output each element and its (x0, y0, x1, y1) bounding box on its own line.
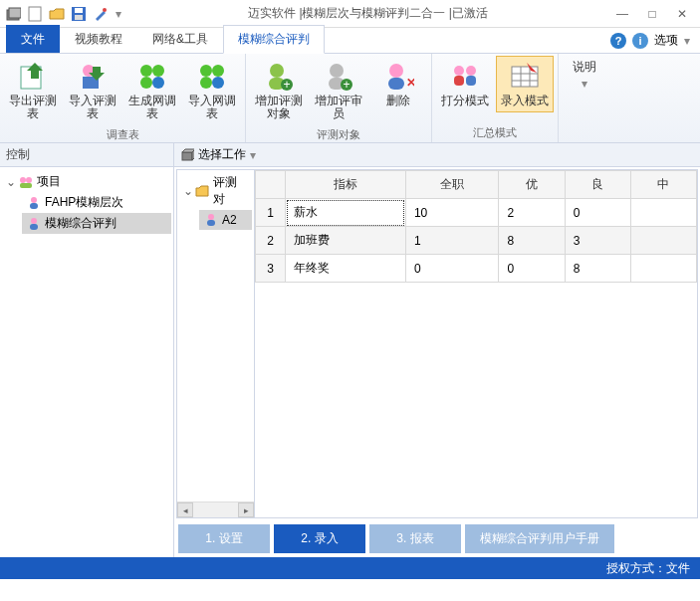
info-icon[interactable]: i (632, 33, 648, 49)
svg-point-12 (140, 77, 152, 89)
input-mode-button[interactable]: 录入模式 (496, 56, 554, 112)
options-dropdown-icon[interactable]: ▾ (684, 34, 690, 48)
step-report-button[interactable]: 3. 报表 (369, 524, 461, 553)
right-panel: 选择工作 ▾ ⌄ 评测对 A2 (174, 143, 700, 557)
tree-item-fuzzy[interactable]: 模糊综合评判 (22, 213, 171, 234)
cell[interactable] (630, 199, 696, 227)
svg-point-22 (330, 64, 344, 78)
person-icon (26, 216, 42, 232)
cell[interactable]: 薪水 (286, 199, 406, 227)
import-websurvey-button[interactable]: 导入网调表 (183, 56, 241, 125)
status-text: 授权方式：文件 (606, 560, 690, 577)
cell[interactable]: 加班费 (286, 227, 406, 255)
svg-point-11 (152, 65, 164, 77)
ribbon-group-survey: 导出评测表 导入评测表 生成网调表 导入网调表 调查表 (0, 54, 246, 142)
qat-dropdown-icon[interactable]: ▾ (114, 5, 123, 23)
options-label[interactable]: 选项 (654, 32, 678, 49)
col-header[interactable]: 良 (565, 171, 630, 199)
close-button[interactable]: ✕ (668, 4, 696, 24)
titlebar: ▾ 迈实软件 |模糊层次与模糊评判二合一 |已激活 — □ ✕ (0, 0, 700, 28)
svg-point-6 (103, 8, 107, 12)
scroll-left-button[interactable]: ◂ (177, 502, 193, 517)
main-area: 控制 ⌄ 项目 FAHP模糊层次 模糊综合评判 选择工作 (0, 143, 700, 557)
col-header[interactable]: 指标 (286, 171, 406, 199)
obj-tree-item[interactable]: A2 (199, 210, 252, 230)
add-reviewer-button[interactable]: +增加评审员 (310, 56, 367, 125)
scroll-right-button[interactable]: ▸ (238, 502, 254, 517)
minimize-button[interactable]: — (608, 4, 636, 24)
table-row[interactable]: 2 加班费 1 8 3 (256, 227, 697, 255)
step-settings-button[interactable]: 1. 设置 (178, 524, 270, 553)
obj-tree-root[interactable]: ⌄ 评测对 (179, 172, 252, 210)
col-header[interactable]: 全职 (405, 171, 499, 199)
cell[interactable]: 年终奖 (286, 255, 406, 283)
gen-websurvey-button[interactable]: 生成网调表 (123, 56, 181, 125)
tab-video[interactable]: 视频教程 (60, 25, 137, 53)
svg-point-39 (26, 177, 32, 183)
table-header-row: 指标 全职 优 良 中 (256, 171, 697, 199)
score-mode-button[interactable]: 打分模式 (436, 56, 494, 112)
ribbon-group-label: 调查表 (4, 125, 241, 144)
import-survey-button[interactable]: 导入评测表 (64, 56, 121, 125)
svg-point-14 (200, 65, 212, 77)
tab-file[interactable]: 文件 (6, 25, 60, 53)
open-icon[interactable] (48, 5, 66, 23)
project-tree: ⌄ 项目 FAHP模糊层次 模糊综合评判 (0, 167, 173, 557)
save-icon[interactable] (70, 5, 88, 23)
scroll-track[interactable] (193, 502, 238, 517)
ribbon-group-label: 汇总模式 (436, 123, 554, 142)
step-input-button[interactable]: 2. 录入 (274, 524, 365, 553)
cell[interactable]: 3 (565, 227, 630, 255)
cell[interactable]: 10 (405, 199, 499, 227)
new-icon[interactable] (26, 5, 44, 23)
maximize-button[interactable]: □ (638, 4, 666, 24)
quick-access-toolbar: ▾ (0, 5, 127, 23)
svg-point-29 (454, 66, 464, 76)
svg-point-10 (140, 65, 152, 77)
cell[interactable]: 8 (565, 255, 630, 283)
tree-item-label: 模糊综合评判 (45, 215, 117, 232)
cell[interactable]: 2 (499, 199, 565, 227)
tree-toggle-icon[interactable]: ⌄ (6, 175, 18, 189)
help-icon[interactable]: ? (610, 33, 626, 49)
tab-network[interactable]: 网络&工具 (137, 25, 223, 53)
delete-button[interactable]: ✕删除 (369, 56, 427, 112)
ribbon-group-mode: 打分模式 录入模式 汇总模式 (432, 54, 559, 142)
svg-rect-4 (75, 8, 83, 13)
svg-rect-42 (30, 203, 38, 209)
table-row[interactable]: 3 年终奖 0 0 8 (256, 255, 697, 283)
cell[interactable]: 0 (405, 255, 499, 283)
table-row[interactable]: 1 薪水 10 2 0 (256, 199, 697, 227)
horizontal-scrollbar[interactable]: ◂ ▸ (177, 501, 254, 517)
svg-rect-32 (466, 76, 476, 86)
svg-rect-33 (512, 67, 538, 87)
cell[interactable]: 0 (499, 255, 565, 283)
cell[interactable] (630, 227, 696, 255)
svg-rect-27 (388, 78, 404, 90)
group-icon (18, 174, 34, 190)
manual-button[interactable]: 模糊综合评判用户手册 (465, 524, 614, 553)
tree-item-fahp[interactable]: FAHP模糊层次 (22, 192, 171, 213)
svg-point-16 (200, 77, 212, 89)
work-area: ⌄ 评测对 A2 ◂ ▸ (176, 169, 698, 518)
data-grid[interactable]: 指标 全职 优 良 中 1 薪水 10 2 0 (255, 170, 697, 517)
cell[interactable]: 1 (405, 227, 499, 255)
tree-toggle-icon[interactable]: ⌄ (183, 184, 195, 198)
window-controls: — □ ✕ (608, 4, 700, 24)
help-button[interactable]: 说明▾ (563, 56, 606, 96)
svg-rect-31 (454, 76, 464, 86)
svg-point-38 (20, 177, 26, 183)
tree-root[interactable]: ⌄ 项目 (2, 171, 171, 192)
add-object-button[interactable]: +增加评测对象 (250, 56, 308, 125)
tools-icon[interactable] (92, 5, 110, 23)
cell[interactable]: 0 (565, 199, 630, 227)
export-survey-button[interactable]: 导出评测表 (4, 56, 62, 125)
cube-icon (180, 148, 194, 162)
col-header[interactable]: 中 (630, 171, 696, 199)
cell[interactable] (630, 255, 696, 283)
dropdown-icon[interactable]: ▾ (250, 148, 256, 162)
tab-fuzzy[interactable]: 模糊综合评判 (223, 25, 325, 54)
ribbon-tabs: 文件 视频教程 网络&工具 模糊综合评判 ? i 选项 ▾ (0, 28, 700, 54)
cell[interactable]: 8 (499, 227, 565, 255)
col-header[interactable]: 优 (499, 171, 565, 199)
